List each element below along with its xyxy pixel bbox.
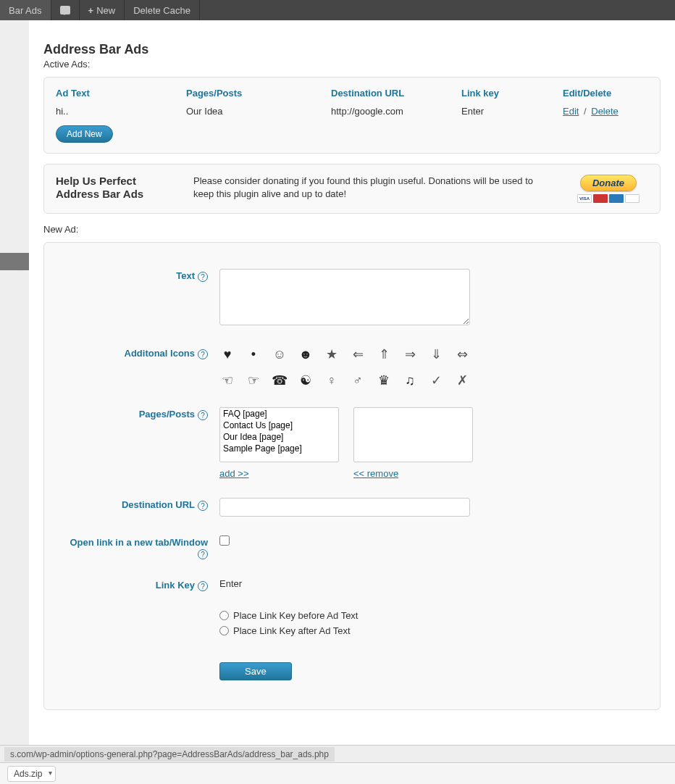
cell-ad-text: hi.. — [56, 106, 186, 125]
dest-url-label: Destination URL? — [66, 498, 212, 517]
arrow-leftright-icon[interactable]: ⇔ — [454, 346, 470, 362]
active-ads-label: Active Ads: — [43, 59, 661, 70]
col-ad-text: Ad Text — [56, 88, 186, 106]
yinyang-icon[interactable]: ☯ — [298, 372, 314, 388]
add-new-button[interactable]: Add New — [56, 125, 113, 143]
col-pages: Pages/Posts — [186, 88, 331, 106]
delete-link[interactable]: Delete — [591, 106, 619, 117]
crown-icon[interactable]: ♛ — [376, 372, 392, 388]
page-title: Address Bar Ads — [43, 42, 661, 57]
text-input[interactable] — [219, 269, 470, 325]
cross-icon[interactable]: ✗ — [454, 372, 470, 388]
link-key-after-label: Place Link Key after Ad Text — [233, 625, 351, 636]
heart-icon[interactable]: ♥ — [219, 346, 235, 362]
admin-toolbar: Bar Ads + New Delete Cache — [0, 0, 675, 20]
remove-pages-link[interactable]: << remove — [353, 468, 473, 479]
active-ads-panel: Ad Text Pages/Posts Destination URL Link… — [43, 77, 661, 154]
point-right-icon[interactable]: ☞ — [246, 372, 261, 388]
link-key-before-label: Place Link Key before Ad Text — [233, 610, 358, 621]
col-edit-delete: Edit/Delete — [563, 88, 648, 106]
male-icon[interactable]: ♂ — [350, 372, 366, 388]
page-option[interactable]: Sample Page [page] — [220, 443, 338, 454]
help-icon[interactable]: ? — [198, 581, 208, 591]
open-new-label: Open link in a new tab/Window? — [66, 535, 212, 559]
donate-button[interactable]: Donate — [580, 175, 637, 191]
mastercard-icon — [593, 194, 608, 203]
bank-icon — [625, 194, 640, 203]
cell-pages: Our Idea — [186, 106, 331, 125]
music-icon[interactable]: ♫ — [402, 372, 418, 388]
page-option[interactable]: FAQ [page] — [220, 408, 338, 420]
donate-panel: Help Us Perfect Address Bar Ads Please c… — [43, 164, 661, 214]
new-ad-form: Text? Additonal Icons? ♥ • ☺ ☻ ★ — [43, 242, 661, 710]
toolbar-bar-ads[interactable]: Bar Ads — [0, 0, 51, 20]
phone-icon[interactable]: ☎ — [272, 372, 288, 388]
comment-icon — [60, 6, 70, 14]
plus-icon: + — [88, 5, 94, 16]
help-icon[interactable]: ? — [198, 410, 208, 420]
arrow-right-icon[interactable]: ⇒ — [402, 346, 418, 362]
add-pages-link[interactable]: add >> — [219, 468, 339, 479]
link-key-after-row[interactable]: Place Link Key after Ad Text — [219, 625, 638, 636]
pages-label: Pages/Posts? — [66, 407, 212, 479]
selected-pages-select[interactable] — [353, 407, 473, 462]
cell-dest: http://google.com — [331, 106, 461, 125]
edit-link[interactable]: Edit — [563, 106, 579, 117]
col-link-key: Link key — [461, 88, 563, 106]
arrow-left-icon[interactable]: ⇐ — [350, 346, 366, 362]
star-icon[interactable]: ★ — [324, 346, 340, 362]
arrow-down-icon[interactable]: ⇓ — [428, 346, 444, 362]
help-icon[interactable]: ? — [198, 349, 208, 359]
toolbar-new[interactable]: + New — [80, 0, 125, 20]
toolbar-comments[interactable] — [51, 0, 80, 20]
link-key-label: Link Key? — [66, 578, 212, 591]
icon-picker: ♥ • ☺ ☻ ★ ⇐ ⇑ ⇒ ⇓ ⇔ ☜ ☞ ☎ ☯ ♀ — [219, 346, 495, 388]
credit-card-icons: VISA — [569, 194, 648, 203]
status-url: s.com/wp-admin/options-general.php?page=… — [4, 747, 335, 762]
download-bar: Ads.zip — [0, 762, 675, 784]
link-key-before-radio[interactable] — [219, 611, 229, 620]
help-icon[interactable]: ? — [198, 272, 208, 282]
icons-label: Additonal Icons? — [66, 346, 212, 388]
download-chip[interactable]: Ads.zip — [7, 766, 56, 782]
smiley-filled-icon[interactable]: ☻ — [298, 346, 314, 362]
help-icon[interactable]: ? — [198, 501, 208, 511]
col-dest: Destination URL — [331, 88, 461, 106]
browser-status-bar: s.com/wp-admin/options-general.php?page=… — [0, 745, 675, 762]
admin-menu-gutter — [0, 20, 29, 745]
arrow-up-icon[interactable]: ⇑ — [376, 346, 392, 362]
link-key-after-radio[interactable] — [219, 626, 229, 635]
visa-icon: VISA — [577, 194, 592, 203]
text-label: Text? — [66, 269, 212, 328]
smiley-icon[interactable]: ☺ — [272, 346, 288, 362]
donate-title: Help Us Perfect Address Bar Ads — [56, 175, 179, 201]
check-icon[interactable]: ✓ — [428, 372, 444, 388]
open-new-tab-checkbox[interactable] — [219, 535, 230, 546]
cell-link-key: Enter — [461, 106, 563, 125]
page-option[interactable]: Contact Us [page] — [220, 420, 338, 431]
new-ad-label: New Ad: — [43, 224, 661, 235]
toolbar-new-label: New — [96, 5, 115, 16]
toolbar-delete-cache[interactable]: Delete Cache — [125, 0, 200, 20]
link-key-before-row[interactable]: Place Link Key before Ad Text — [219, 610, 638, 621]
donate-text: Please consider donating if you found th… — [193, 175, 554, 201]
female-icon[interactable]: ♀ — [324, 372, 340, 388]
page-option[interactable]: Our Idea [page] — [220, 431, 338, 443]
help-icon[interactable]: ? — [198, 549, 208, 559]
available-pages-select[interactable]: FAQ [page]Contact Us [page]Our Idea [pag… — [219, 407, 339, 462]
current-menu-arrow-icon — [0, 253, 29, 270]
link-key-value: Enter — [219, 578, 242, 589]
point-left-icon[interactable]: ☜ — [219, 372, 235, 388]
save-button[interactable]: Save — [219, 662, 292, 680]
destination-url-input[interactable] — [219, 498, 470, 517]
amex-icon — [609, 194, 624, 203]
cell-actions: Edit / Delete — [563, 106, 648, 125]
dot-icon[interactable]: • — [246, 346, 261, 362]
